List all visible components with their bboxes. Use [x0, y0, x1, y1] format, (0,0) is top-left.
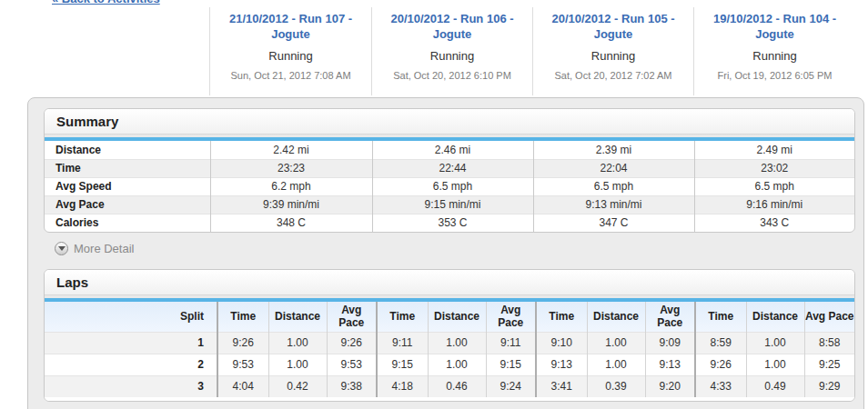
table-row: Distance 2.42 mi 2.46 mi 2.39 mi 2.49 mi: [45, 141, 854, 159]
laps-col-header: Time: [217, 302, 268, 332]
laps-col-header: Time: [377, 302, 428, 332]
summary-value: 23:23: [210, 159, 372, 177]
summary-row-label: Distance: [45, 141, 210, 159]
more-detail-toggle[interactable]: More Detail: [55, 242, 134, 255]
lap-value: 1.00: [587, 354, 645, 375]
summary-value: 347 C: [533, 214, 694, 232]
activity-date: Fri, Oct 19, 2012 6:05 PM: [694, 70, 855, 81]
lap-value: 1.00: [428, 332, 486, 354]
summary-row-label: Calories: [45, 214, 210, 232]
activity-title-link[interactable]: 19/10/2012 - Run 104 - Jogute: [694, 11, 855, 42]
summary-table: Distance 2.42 mi 2.46 mi 2.39 mi 2.49 mi…: [45, 141, 854, 232]
summary-section-title: Summary: [45, 109, 854, 135]
lap-value: 0.39: [587, 375, 645, 397]
summary-value: 9:39 min/mi: [210, 195, 372, 214]
lap-value: 1.00: [268, 332, 327, 354]
table-row: Avg Pace 9:39 min/mi 9:15 min/mi 9:13 mi…: [45, 195, 854, 214]
laps-section-title: Laps: [45, 270, 854, 295]
lap-row: 2 9:53 1.00 9:53 9:15 1.00 9:15 9:13 1.0…: [45, 354, 854, 375]
table-row: Avg Speed 6.2 mph 6.5 mph 6.5 mph 6.5 mp…: [45, 177, 854, 195]
summary-value: 6.2 mph: [210, 177, 372, 195]
activity-header-1: 21/10/2012 - Run 107 - Jogute Running Su…: [210, 11, 371, 81]
laps-section: Laps Split Time Distance Avg Pace Time D…: [44, 269, 855, 402]
summary-value: 2.42 mi: [210, 141, 372, 159]
lap-value: 0.42: [268, 375, 327, 397]
summary-value: 22:04: [533, 159, 694, 177]
summary-row-label: Avg Pace: [45, 195, 210, 214]
lap-value: 9:53: [217, 354, 268, 375]
lap-value: 9:25: [804, 354, 854, 375]
lap-value: 4:04: [217, 375, 268, 397]
summary-value: 9:13 min/mi: [533, 195, 694, 214]
lap-value: 9:13: [645, 354, 695, 375]
summary-value: 2.46 mi: [372, 141, 533, 159]
lap-split-number: 3: [45, 375, 217, 397]
activity-date: Sat, Oct 20, 2012 7:02 AM: [533, 70, 693, 81]
lap-value: 9:10: [536, 332, 587, 354]
lap-value: 0.46: [428, 375, 486, 397]
laps-col-header: Avg Pace: [327, 302, 377, 332]
activity-header-3: 20/10/2012 - Run 105 - Jogute Running Sa…: [533, 11, 693, 81]
lap-value: 1.00: [587, 332, 645, 354]
summary-value: 6.5 mph: [533, 177, 694, 195]
lap-value: 9:09: [645, 332, 695, 354]
summary-value: 9:15 min/mi: [372, 195, 533, 214]
lap-value: 1.00: [428, 354, 486, 375]
activity-title-link[interactable]: 21/10/2012 - Run 107 - Jogute: [210, 11, 371, 42]
activity-date: Sun, Oct 21, 2012 7:08 AM: [210, 70, 371, 81]
lap-value: 9:26: [327, 332, 377, 354]
activity-date: Sat, Oct 20, 2012 6:10 PM: [372, 70, 532, 81]
more-detail-label: More Detail: [74, 242, 134, 255]
summary-value: 23:02: [694, 159, 854, 177]
activity-header-4: 19/10/2012 - Run 104 - Jogute Running Fr…: [694, 11, 855, 81]
laps-col-header: Distance: [268, 302, 327, 332]
summary-value: 343 C: [694, 214, 854, 232]
lap-value: 8:58: [804, 332, 854, 354]
lap-value: 4:18: [377, 375, 428, 397]
expand-icon: [55, 242, 68, 255]
laps-col-header: Avg Pace: [804, 302, 854, 332]
summary-value: 348 C: [210, 214, 372, 232]
summary-value: 6.5 mph: [694, 177, 854, 195]
divider: [45, 397, 854, 401]
lap-value: 1.00: [268, 354, 327, 375]
lap-value: 9:15: [377, 354, 428, 375]
lap-value: 9:38: [327, 375, 377, 397]
laps-col-header: Avg Pace: [645, 302, 695, 332]
activity-type: Running: [694, 49, 855, 63]
summary-value: 6.5 mph: [372, 177, 533, 195]
activity-type: Running: [372, 49, 532, 63]
lap-value: 9:29: [804, 375, 854, 397]
activity-type: Running: [533, 49, 693, 63]
lap-value: 9:20: [645, 375, 695, 397]
lap-value: 9:24: [486, 375, 536, 397]
laps-col-header: Avg Pace: [486, 302, 536, 332]
lap-value: 9:15: [486, 354, 536, 375]
lap-value: 9:13: [536, 354, 587, 375]
summary-value: 353 C: [372, 214, 533, 232]
lap-split-number: 1: [45, 332, 217, 354]
activity-title-link[interactable]: 20/10/2012 - Run 106 - Jogute: [372, 11, 532, 42]
summary-row-label: Avg Speed: [45, 177, 210, 195]
lap-value: 9:53: [327, 354, 377, 375]
lap-row: 3 4:04 0.42 9:38 4:18 0.46 9:24 3:41 0.3…: [45, 375, 854, 397]
laps-col-header: Time: [536, 302, 587, 332]
back-to-activities-link[interactable]: « Back to Activities: [52, 0, 160, 5]
lap-value: 8:59: [695, 332, 746, 354]
lap-value: 9:26: [695, 354, 746, 375]
laps-col-header: Distance: [746, 302, 804, 332]
lap-value: 9:26: [217, 332, 268, 354]
summary-value: 2.39 mi: [533, 141, 694, 159]
laps-col-header: Distance: [587, 302, 645, 332]
lap-row: 1 9:26 1.00 9:26 9:11 1.00 9:11 9:10 1.0…: [45, 332, 854, 354]
laps-header-row: Split Time Distance Avg Pace Time Distan…: [45, 302, 854, 332]
laps-col-header: Split: [45, 302, 217, 332]
laps-table: Split Time Distance Avg Pace Time Distan…: [45, 302, 854, 397]
activity-type: Running: [210, 49, 371, 63]
lap-value: 1.00: [746, 332, 804, 354]
laps-col-header: Distance: [428, 302, 486, 332]
lap-value: 1.00: [746, 354, 804, 375]
summary-value: 9:16 min/mi: [694, 195, 854, 214]
summary-value: 22:44: [372, 159, 533, 177]
activity-title-link[interactable]: 20/10/2012 - Run 105 - Jogute: [533, 11, 693, 42]
